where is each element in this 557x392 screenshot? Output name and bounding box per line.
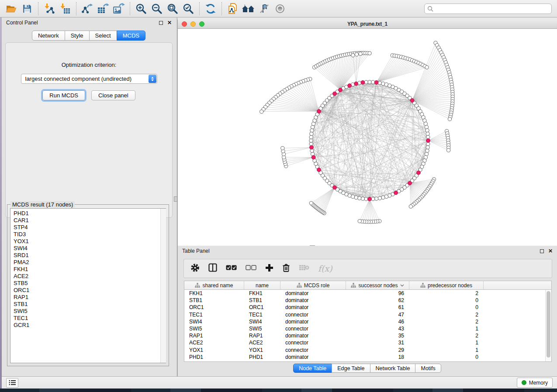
table-cell: connector bbox=[280, 347, 346, 353]
list-item[interactable]: PHD1 bbox=[14, 210, 166, 217]
table-row[interactable]: SWI5SWI5connector431 bbox=[184, 325, 545, 332]
show-all-button[interactable] bbox=[272, 2, 288, 16]
column-header[interactable]: MCDS role bbox=[280, 281, 346, 289]
table-scrollbar-thumb[interactable] bbox=[547, 291, 550, 358]
list-item[interactable]: STB1 bbox=[14, 301, 166, 308]
tab-select[interactable]: Select bbox=[89, 31, 117, 41]
tab-network[interactable]: Network bbox=[32, 31, 65, 41]
table-settings-button[interactable] bbox=[190, 263, 200, 274]
table-row[interactable]: RAP1RAP1dominator352 bbox=[184, 332, 545, 339]
network-window-title: YPA_prune.txt_1 bbox=[347, 21, 387, 27]
maximize-window-icon[interactable] bbox=[199, 21, 204, 27]
mcds-list-scrollbar[interactable] bbox=[160, 209, 166, 363]
add-column-button[interactable] bbox=[265, 264, 273, 274]
desktop-background-bottom bbox=[0, 389, 557, 392]
close-panel-button[interactable]: Close panel bbox=[91, 90, 135, 100]
table-scrollbar[interactable] bbox=[545, 290, 551, 361]
zoom-in-button[interactable] bbox=[133, 2, 149, 16]
float-panel-icon[interactable] bbox=[159, 21, 163, 25]
list-item[interactable]: TID3 bbox=[14, 231, 166, 238]
tab-node-table[interactable]: Node Table bbox=[293, 364, 332, 373]
import-network-button[interactable] bbox=[42, 2, 57, 16]
zoom-fit-button[interactable] bbox=[165, 2, 180, 16]
save-icon bbox=[22, 3, 32, 14]
list-item[interactable]: STP4 bbox=[14, 224, 166, 231]
table-cell: ACE2 bbox=[244, 340, 280, 346]
open-button[interactable] bbox=[3, 2, 19, 16]
zoom-in-icon bbox=[135, 3, 147, 14]
minimize-window-icon[interactable] bbox=[190, 21, 196, 27]
import-network-icon bbox=[44, 3, 55, 14]
deselect-all-button[interactable] bbox=[246, 265, 256, 272]
memory-label: Memory bbox=[529, 380, 548, 386]
tab-motifs[interactable]: Motifs bbox=[415, 364, 441, 373]
export-image-button[interactable] bbox=[111, 2, 127, 16]
task-history-button[interactable] bbox=[6, 378, 18, 388]
first-neighbors-button[interactable] bbox=[241, 2, 256, 16]
list-item[interactable]: ACE2 bbox=[14, 273, 166, 280]
vertical-splitter-handle[interactable] bbox=[174, 196, 177, 202]
table-row[interactable]: FKH1FKH1dominator962 bbox=[184, 290, 545, 297]
table-row[interactable]: TEC1TEC1connector472 bbox=[184, 311, 545, 318]
column-view-button[interactable] bbox=[208, 263, 217, 274]
tab-network-table[interactable]: Network Table bbox=[370, 364, 416, 373]
float-panel-icon[interactable] bbox=[540, 249, 544, 253]
column-header[interactable]: predecessor nodes bbox=[409, 281, 484, 289]
delete-column-button[interactable] bbox=[282, 263, 290, 274]
list-item[interactable]: STB5 bbox=[14, 280, 166, 287]
column-header[interactable]: name bbox=[244, 281, 280, 289]
list-item[interactable]: RAP1 bbox=[14, 294, 166, 301]
zoom-out-button[interactable] bbox=[149, 2, 165, 16]
list-item[interactable]: SWI4 bbox=[14, 245, 166, 252]
mcds-result-list[interactable]: PHD1CAR1STP4TID3YOX1SWI4SRD1PMA2FKH1ACE2… bbox=[10, 208, 166, 363]
run-mcds-button[interactable]: Run MCDS bbox=[42, 90, 85, 100]
select-all-button[interactable] bbox=[226, 265, 237, 272]
list-item[interactable]: SRD1 bbox=[14, 252, 166, 259]
column-header[interactable]: shared name bbox=[184, 281, 244, 289]
delete-table-button bbox=[299, 264, 309, 273]
list-item[interactable]: SWI5 bbox=[14, 308, 166, 315]
table-body: FKH1FKH1dominator962STB1STB1dominator620… bbox=[184, 290, 545, 361]
network-canvas[interactable] bbox=[178, 29, 557, 245]
column-header[interactable]: successor nodes bbox=[346, 281, 409, 289]
export-network-button[interactable] bbox=[80, 2, 95, 16]
table-header: shared namename MCDS role successor node… bbox=[184, 281, 551, 290]
list-item[interactable]: GCR1 bbox=[14, 322, 166, 329]
list-item[interactable]: FKH1 bbox=[14, 266, 166, 273]
table-panel-title: Table Panel bbox=[182, 248, 210, 254]
memory-button[interactable]: Memory bbox=[517, 378, 553, 388]
table-row[interactable]: SWI4SWI4dominator462 bbox=[184, 318, 545, 325]
main-toolbar bbox=[0, 0, 557, 17]
export-table-button[interactable] bbox=[95, 2, 111, 16]
search-input[interactable] bbox=[424, 3, 552, 14]
close-panel-icon[interactable]: ✕ bbox=[167, 21, 172, 25]
table-cell: SWI5 bbox=[244, 326, 280, 332]
tab-style[interactable]: Style bbox=[65, 31, 90, 41]
table-row[interactable]: ORC1ORC1dominator610 bbox=[184, 304, 545, 311]
table-cell: STB1 bbox=[244, 297, 280, 303]
tab-mcds[interactable]: MCDS bbox=[117, 31, 145, 41]
close-window-icon[interactable] bbox=[182, 21, 187, 27]
list-item[interactable]: YOX1 bbox=[14, 238, 166, 245]
table-cell: FKH1 bbox=[244, 290, 280, 296]
close-panel-icon[interactable]: ✕ bbox=[548, 249, 553, 253]
table-row[interactable]: STB1STB1dominator620 bbox=[184, 297, 545, 304]
hide-selected-button[interactable] bbox=[256, 2, 272, 16]
list-item[interactable]: ORC1 bbox=[14, 287, 166, 294]
list-item[interactable]: PMA2 bbox=[14, 259, 166, 266]
zoom-selected-button[interactable] bbox=[180, 2, 196, 16]
table-row[interactable]: ACE2ACE2connector311 bbox=[184, 339, 545, 346]
import-table-button[interactable] bbox=[57, 2, 73, 16]
table-panel: Table Panel ✕ bbox=[177, 246, 557, 376]
list-item[interactable]: TEC1 bbox=[14, 315, 166, 322]
optimization-criterion-select[interactable]: largest connected component (undirected) bbox=[21, 74, 157, 84]
clone-network-button[interactable] bbox=[225, 2, 241, 16]
optimization-criterion-value: largest connected component (undirected) bbox=[25, 76, 132, 82]
table-row[interactable]: YOX1YOX1connector291 bbox=[184, 347, 545, 354]
network-window-titlebar[interactable]: YPA_prune.txt_1 bbox=[178, 20, 557, 29]
list-item[interactable]: CAR1 bbox=[14, 217, 166, 224]
save-session-button[interactable] bbox=[19, 2, 35, 16]
tab-edge-table[interactable]: Edge Table bbox=[332, 364, 370, 373]
refresh-layout-button[interactable] bbox=[203, 2, 218, 16]
table-row[interactable]: PHD1PHD1dominator180 bbox=[184, 354, 545, 361]
